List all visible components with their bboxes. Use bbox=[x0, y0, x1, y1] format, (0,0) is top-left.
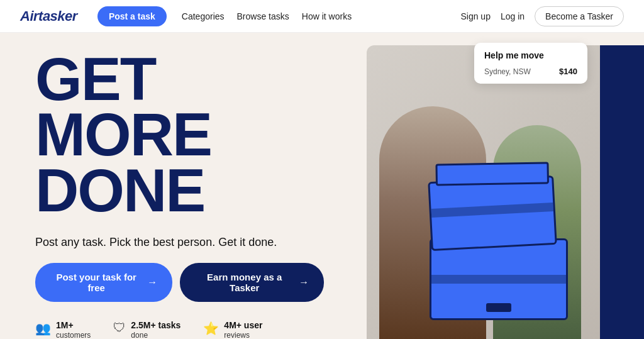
earn-label: Earn money as a Tasker bbox=[195, 272, 294, 293]
hero-subtext: Post any task. Pick the best person. Get… bbox=[35, 236, 324, 249]
tasks-done-icon: 🛡 bbox=[113, 321, 126, 335]
sign-up-link[interactable]: Sign up bbox=[460, 11, 490, 21]
nav-browse-tasks[interactable]: Browse tasks bbox=[237, 11, 289, 21]
earn-as-tasker-button[interactable]: Earn money as a Tasker → bbox=[180, 263, 324, 302]
blue-box-illustration bbox=[430, 179, 568, 320]
customers-label: customers bbox=[56, 331, 91, 339]
tasks-done-stat-text: 2.5M+ tasks done bbox=[131, 320, 180, 339]
logo[interactable]: Airtasker bbox=[20, 8, 77, 25]
post-task-hero-button[interactable]: Post your task for free → bbox=[35, 263, 172, 302]
reviews-label: reviews bbox=[224, 331, 250, 339]
hero-left: GET MORE DONE Post any task. Pick the be… bbox=[0, 33, 354, 339]
hero-section: GET MORE DONE Post any task. Pick the be… bbox=[0, 33, 644, 339]
stat-customers: 👥 1M+ customers bbox=[35, 320, 91, 339]
customers-icon: 👥 bbox=[35, 321, 51, 336]
reviews-stat-text: 4M+ user reviews bbox=[224, 320, 262, 339]
hero-headline: GET MORE DONE bbox=[35, 52, 324, 218]
task-card-details: Sydney, NSW $140 bbox=[484, 67, 577, 76]
customers-stat-text: 1M+ customers bbox=[56, 320, 91, 339]
header-right: Sign up Log in Become a Tasker bbox=[460, 6, 624, 26]
nav-how-it-works[interactable]: How it works bbox=[302, 11, 352, 21]
post-task-label: Post your task for free bbox=[50, 272, 142, 293]
main-header: Airtasker Post a task Categories Browse … bbox=[0, 0, 644, 33]
earn-arrow-icon: → bbox=[299, 277, 309, 288]
task-card-title: Help me move bbox=[484, 50, 577, 60]
nav-categories[interactable]: Categories bbox=[182, 11, 225, 21]
stat-tasks-done: 🛡 2.5M+ tasks done bbox=[113, 320, 180, 339]
hero-photo bbox=[367, 45, 644, 339]
hero-buttons: Post your task for free → Earn money as … bbox=[35, 263, 324, 302]
post-task-arrow-icon: → bbox=[147, 277, 157, 288]
task-card-location: Sydney, NSW bbox=[484, 67, 531, 76]
hero-headline-line1: GET MORE bbox=[35, 45, 211, 168]
customers-value: 1M+ bbox=[56, 320, 91, 331]
tasks-done-value: 2.5M+ tasks bbox=[131, 320, 180, 331]
main-nav: Categories Browse tasks How it works bbox=[182, 11, 446, 21]
reviews-value: 4M+ user bbox=[224, 320, 262, 331]
tasks-done-label: done bbox=[131, 331, 148, 339]
stat-reviews: ⭐ 4M+ user reviews bbox=[203, 320, 262, 339]
hero-headline-line2: DONE bbox=[35, 157, 204, 224]
reviews-icon: ⭐ bbox=[203, 321, 219, 336]
dark-navy-strip bbox=[600, 45, 644, 339]
task-card: Help me move Sydney, NSW $140 bbox=[474, 43, 587, 84]
task-card-price: $140 bbox=[559, 67, 577, 76]
post-task-nav-button[interactable]: Post a task bbox=[97, 6, 167, 26]
hero-right: Help me move Sydney, NSW $140 bbox=[354, 33, 644, 339]
log-in-link[interactable]: Log in bbox=[501, 11, 525, 21]
stats-row: 👥 1M+ customers 🛡 2.5M+ tasks done ⭐ 4M+… bbox=[35, 320, 324, 339]
become-tasker-button[interactable]: Become a Tasker bbox=[535, 6, 624, 26]
